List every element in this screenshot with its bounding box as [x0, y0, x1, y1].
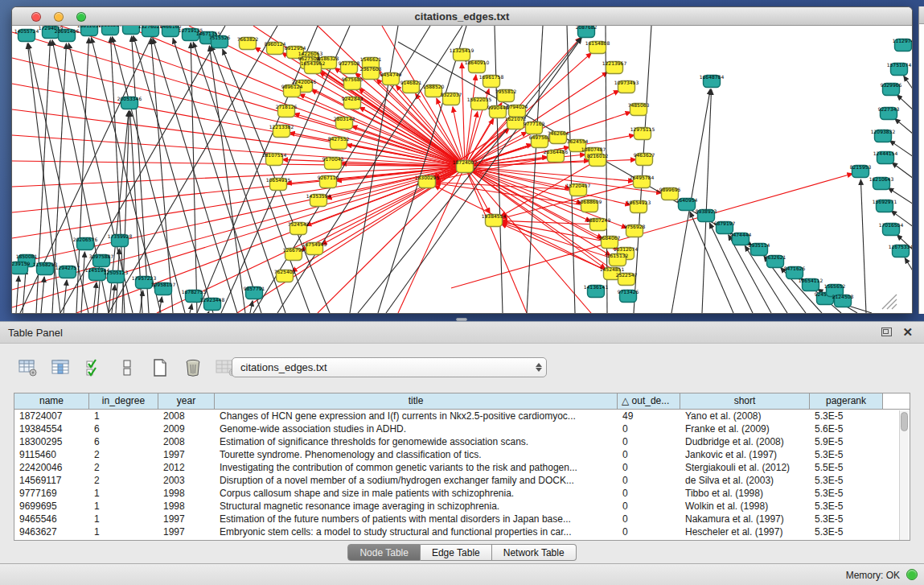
table-cell[interactable]: 5.6E-5 — [810, 422, 883, 435]
table-cell[interactable]: 1998 — [158, 500, 215, 513]
table-cell[interactable]: 9465546 — [14, 513, 89, 525]
tab-edge-table[interactable]: Edge Table — [421, 544, 492, 561]
table-cell[interactable]: 5.3E-5 — [810, 474, 883, 487]
graph-node[interactable] — [123, 26, 140, 35]
table-cell[interactable]: 0 — [618, 500, 680, 513]
graph-edge[interactable] — [16, 276, 18, 313]
table-cell[interactable]: 2 — [89, 461, 158, 474]
tab-node-table[interactable]: Node Table — [347, 544, 421, 561]
table-cell[interactable]: 2008 — [158, 410, 215, 422]
vertical-scrollbar[interactable] — [899, 410, 909, 541]
row-height-icon[interactable] — [117, 357, 138, 378]
table-cell[interactable]: Estimation of the future numbers of pati… — [215, 513, 618, 525]
table-cell[interactable]: Embryonic stem cells: a model to study s… — [215, 525, 618, 538]
table-cell[interactable]: 0 — [618, 525, 680, 538]
show-columns-icon[interactable] — [51, 357, 72, 378]
graph-edge[interactable] — [153, 39, 237, 313]
graph-edge[interactable] — [151, 39, 173, 313]
table-cell[interactable]: 0 — [618, 448, 680, 461]
network-view-window[interactable]: citations_edges.txt 14055724172940792069… — [11, 6, 913, 314]
table-cell[interactable]: 6 — [89, 422, 158, 435]
table-cell[interactable]: 1 — [89, 487, 158, 500]
table-row[interactable]: 1830029562008Estimation of significance … — [14, 435, 910, 448]
table-cell[interactable]: 5.9E-5 — [810, 435, 883, 448]
table-row[interactable]: 1872400712008Changes of HCN gene express… — [14, 410, 910, 422]
table-row[interactable]: 977716911998Corpus callosum shape and si… — [14, 487, 910, 500]
graph-edge[interactable] — [465, 112, 478, 167]
table-cell[interactable]: 18724007 — [14, 410, 89, 422]
table-cell[interactable]: 0 — [618, 435, 680, 448]
graph-edge[interactable] — [250, 301, 253, 313]
graph-edge[interactable] — [702, 89, 712, 313]
table-cell[interactable]: 19384554 — [14, 422, 89, 435]
table-cell[interactable]: Nakamura et al. (1997) — [680, 513, 810, 525]
graph-edge[interactable] — [318, 167, 465, 313]
table-row[interactable]: 911546021997Tourette syndrome. Phenomeno… — [14, 448, 910, 461]
table-row[interactable]: 946362711997Embryonic stem cells: a mode… — [14, 525, 910, 538]
table-row[interactable]: 1456911722003Disruption of a novel membe… — [14, 474, 910, 487]
table-cell[interactable]: 1997 — [158, 513, 215, 525]
table-cell[interactable]: Franke et al. (2009) — [680, 422, 810, 435]
table-cell[interactable]: Wolkin et al. (1998) — [680, 500, 810, 513]
graph-edge[interactable] — [41, 277, 44, 313]
graph-edge[interactable] — [527, 26, 543, 313]
table-mode-icon[interactable] — [18, 357, 39, 378]
float-panel-icon[interactable] — [881, 328, 892, 336]
table-selector-dropdown[interactable]: citations_edges.txt — [232, 357, 547, 377]
table-cell[interactable]: 22420046 — [14, 461, 89, 474]
table-cell[interactable]: 1 — [89, 500, 158, 513]
graph-edge[interactable] — [892, 163, 912, 179]
graph-edge[interactable] — [208, 311, 209, 313]
table-cell[interactable]: Tourette syndrome. Phenomenology and cla… — [215, 448, 618, 461]
tab-network-table[interactable]: Network Table — [492, 544, 577, 561]
graph-edge[interactable] — [904, 76, 912, 90]
table-cell[interactable]: 9777169 — [14, 487, 89, 500]
graph-edge[interactable] — [905, 258, 912, 272]
column-header-pagerank[interactable]: pagerank — [810, 393, 883, 410]
split-pane-divider-grip[interactable] — [456, 318, 467, 321]
table-cell[interactable]: 1997 — [158, 448, 215, 461]
table-cell[interactable]: Tibbo et al. (1998) — [680, 487, 810, 500]
table-cell[interactable]: 0 — [618, 487, 680, 500]
graph-edge[interactable] — [93, 282, 97, 313]
table-cell[interactable]: 2003 — [158, 474, 215, 487]
graph-edge[interactable] — [133, 36, 213, 313]
citation-graph[interactable]: 1405572417294079206914061681263210653287… — [12, 26, 912, 313]
table-cell[interactable]: Hescheler et al. (1997) — [680, 525, 810, 538]
graph-edge[interactable] — [465, 167, 634, 181]
table-cell[interactable]: 0 — [618, 422, 680, 435]
table-cell[interactable]: 2 — [89, 448, 158, 461]
table-cell[interactable]: 5.3E-5 — [810, 410, 883, 422]
table-row[interactable]: 1938455462009Genome-wide association stu… — [14, 422, 910, 435]
scrollbar-thumb[interactable] — [901, 412, 908, 431]
table-cell[interactable]: 1998 — [158, 487, 215, 500]
table-cell[interactable]: Estimation of significance thresholds fo… — [215, 435, 618, 448]
table-cell[interactable]: de Silva et al. (2003) — [680, 474, 810, 487]
table-cell[interactable]: 1997 — [158, 525, 215, 538]
table-cell[interactable]: Investigating the contribution of common… — [215, 461, 618, 474]
graph-edge[interactable] — [634, 26, 651, 313]
table-cell[interactable]: 5.5E-5 — [810, 461, 883, 474]
select-rows-icon[interactable] — [84, 357, 105, 378]
table-cell[interactable]: 2008 — [158, 435, 215, 448]
graph-edge[interactable] — [895, 118, 912, 134]
table-cell[interactable]: Corpus callosum shape and size in male p… — [215, 487, 618, 500]
column-header-out_de[interactable]: △ out_de... — [618, 393, 680, 410]
table-cell[interactable]: Stergiakouli et al. (2012) — [680, 461, 810, 474]
column-header-in_degree[interactable]: in_degree — [89, 393, 158, 410]
table-cell[interactable]: 49 — [618, 410, 680, 422]
column-header-short[interactable]: short — [680, 393, 810, 410]
table-cell[interactable]: 0 — [618, 474, 680, 487]
create-column-icon[interactable] — [150, 357, 170, 378]
table-row[interactable]: 2242004622012Investigating the contribut… — [14, 461, 910, 474]
table-cell[interactable]: Disruption of a novel member of a sodium… — [215, 474, 618, 487]
column-header-name[interactable]: name — [14, 393, 89, 410]
table-cell[interactable]: 6 — [89, 435, 158, 448]
table-row[interactable]: 946554611997Estimation of the future num… — [14, 513, 910, 525]
table-cell[interactable]: 14569117 — [14, 474, 89, 487]
table-cell[interactable]: 9699695 — [14, 500, 89, 513]
table-cell[interactable]: 5.3E-5 — [810, 448, 883, 461]
close-panel-icon[interactable]: ✕ — [902, 325, 913, 340]
table-cell[interactable]: 1 — [89, 525, 158, 538]
graph-edge[interactable] — [64, 280, 67, 313]
